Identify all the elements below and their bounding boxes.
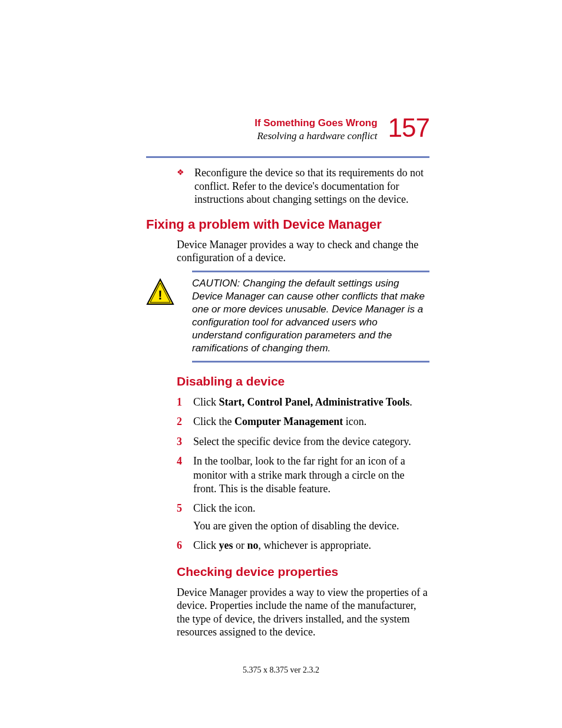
bullet-item: ❖ Reconfigure the device so that its req… xyxy=(177,166,429,206)
heading-disabling-device: Disabling a device xyxy=(177,374,429,388)
caution-rule-top xyxy=(192,271,429,272)
section3-body: Device Manager provides a way to view th… xyxy=(177,586,429,639)
step-3: Select the specific device from the devi… xyxy=(177,435,429,449)
header-rule xyxy=(146,156,429,158)
step-2: Click the Computer Management icon. xyxy=(177,415,429,429)
step-5: Click the icon. You are given the option… xyxy=(177,502,429,533)
step-1: Click Start, Control Panel, Administrati… xyxy=(177,396,429,409)
caution-block: ! CAUTION: Changing the default settings… xyxy=(146,271,429,363)
section-title: Resolving a hardware conflict xyxy=(254,130,377,142)
heading-checking-properties: Checking device properties xyxy=(177,565,429,579)
heading-fixing-device-manager: Fixing a problem with Device Manager xyxy=(146,217,429,232)
chapter-title: If Something Goes Wrong xyxy=(254,117,377,129)
caution-icon: ! xyxy=(146,278,174,307)
section1-body: Device Manager provides a way to check a… xyxy=(177,238,429,265)
step-4: In the toolbar, look to the far right fo… xyxy=(177,454,429,496)
step-5-sub: You are given the option of disabling th… xyxy=(193,519,429,533)
steps-list: Click Start, Control Panel, Administrati… xyxy=(177,396,429,553)
caution-rule-bottom xyxy=(192,361,429,363)
caution-text: CAUTION: Changing the default settings u… xyxy=(192,277,429,355)
step-6: Click yes or no, whichever is appropriat… xyxy=(177,539,429,552)
svg-text:!: ! xyxy=(158,288,162,302)
diamond-bullet-icon: ❖ xyxy=(177,166,185,206)
page-number: 157 xyxy=(388,115,429,141)
page-header: If Something Goes Wrong Resolving a hard… xyxy=(254,115,429,142)
bullet-text: Reconfigure the device so that its requi… xyxy=(194,166,429,206)
footer-text: 5.375 x 8.375 ver 2.3.2 xyxy=(0,666,562,675)
